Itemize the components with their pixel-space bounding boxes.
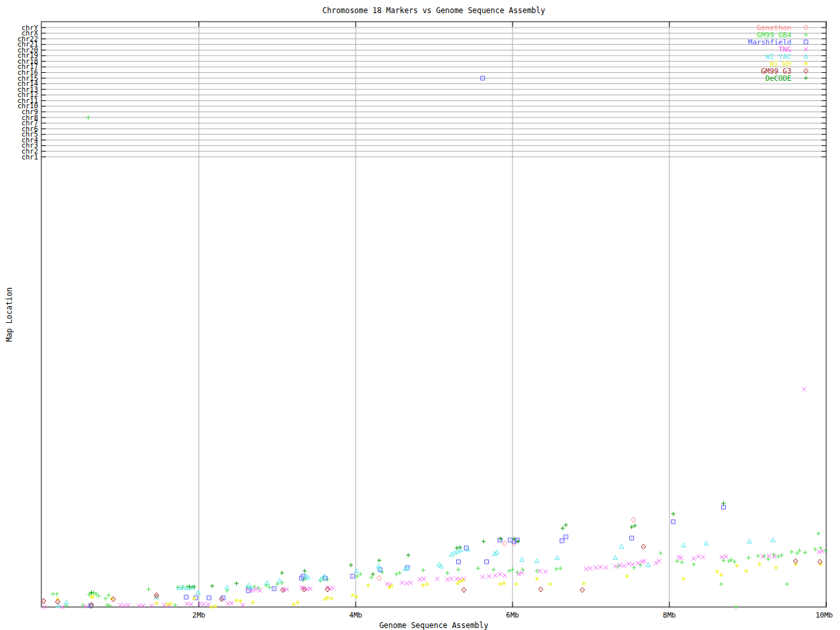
data-point	[457, 560, 461, 564]
data-point	[721, 501, 725, 505]
data-point	[201, 602, 205, 606]
data-point	[582, 581, 586, 585]
x-tick-label: 4Mb	[349, 611, 362, 620]
legend-label-decode: DeCODE	[765, 74, 791, 83]
data-point	[241, 603, 245, 607]
data-point	[555, 555, 560, 559]
data-point	[560, 539, 564, 543]
data-point	[196, 590, 200, 594]
data-point	[580, 587, 585, 593]
data-point	[280, 571, 284, 575]
data-point	[192, 597, 196, 600]
data-point	[118, 603, 122, 607]
data-point	[485, 560, 489, 564]
data-point	[772, 555, 776, 558]
y-tick-label-chr1: chr1	[22, 153, 38, 161]
data-point	[732, 560, 736, 564]
data-point	[390, 584, 394, 588]
data-point	[620, 544, 624, 548]
data-point	[51, 592, 55, 596]
legend-marker-decode	[804, 76, 808, 80]
data-point	[126, 603, 130, 607]
x-tick-label: 2Mb	[192, 611, 205, 620]
data-point	[105, 603, 109, 607]
plot-border	[41, 22, 826, 607]
data-point	[425, 582, 429, 586]
data-point	[456, 568, 460, 572]
data-point	[604, 566, 608, 570]
data-point	[494, 574, 497, 578]
x-tick-label: 8Mb	[663, 611, 676, 620]
data-point	[487, 574, 491, 578]
data-point	[408, 581, 412, 585]
data-point	[292, 602, 296, 606]
data-point	[285, 587, 289, 591]
data-point	[377, 558, 381, 562]
data-point	[646, 562, 650, 566]
data-point	[435, 577, 439, 581]
data-point	[613, 555, 618, 559]
data-point	[548, 582, 552, 586]
data-point	[692, 562, 696, 566]
data-point	[41, 598, 46, 604]
x-tick-label: 10Mb	[816, 611, 833, 620]
data-point	[185, 602, 189, 606]
data-point	[55, 592, 59, 596]
data-point	[206, 602, 210, 606]
data-point	[498, 582, 502, 586]
data-point	[704, 541, 709, 545]
data-point	[64, 600, 69, 604]
data-point	[721, 505, 725, 509]
data-point	[234, 598, 238, 602]
data-point	[636, 561, 640, 565]
data-point	[251, 600, 255, 604]
data-point	[767, 554, 771, 558]
data-point	[514, 582, 518, 586]
data-point	[421, 583, 425, 587]
data-point	[146, 587, 150, 591]
data-point	[89, 591, 93, 595]
data-point	[539, 587, 543, 592]
data-point	[593, 566, 597, 570]
data-point	[106, 593, 110, 597]
data-point	[720, 555, 724, 559]
data-point	[701, 555, 705, 559]
data-point	[681, 543, 686, 547]
data-point	[757, 562, 761, 566]
data-point	[535, 558, 539, 562]
data-point	[91, 595, 95, 598]
data-point	[719, 573, 723, 577]
data-point	[682, 577, 686, 581]
data-point	[680, 560, 684, 564]
data-point	[774, 566, 778, 570]
legend-marker-tng	[804, 47, 808, 51]
data-point	[238, 599, 242, 603]
scatter-plot: chrYchrXchr22chr21chr20chr19chr18chr17ch…	[0, 0, 840, 630]
legend-marker-marshfield	[804, 40, 808, 44]
data-point	[173, 603, 177, 607]
data-point	[813, 547, 817, 551]
data-point	[498, 572, 502, 576]
chromosome-hit-point	[86, 116, 90, 119]
data-point	[446, 578, 450, 581]
data-point	[735, 564, 739, 568]
data-point	[209, 605, 213, 609]
data-point	[465, 547, 470, 551]
data-point	[820, 549, 824, 553]
data-point	[278, 578, 282, 582]
data-point	[746, 556, 750, 560]
data-point	[816, 532, 820, 536]
data-point	[696, 555, 700, 558]
data-point	[421, 568, 425, 572]
data-point	[543, 570, 547, 574]
data-point	[627, 562, 631, 566]
data-point	[406, 553, 410, 557]
data-point	[564, 535, 568, 539]
data-point	[802, 387, 806, 391]
legend-marker-wi-yac	[804, 54, 808, 58]
chart-page: Chromosome 18 Markers vs Genome Sequence…	[0, 0, 840, 630]
data-point	[83, 604, 87, 608]
data-point	[450, 577, 453, 581]
data-point	[756, 554, 760, 558]
data-point	[659, 551, 663, 555]
